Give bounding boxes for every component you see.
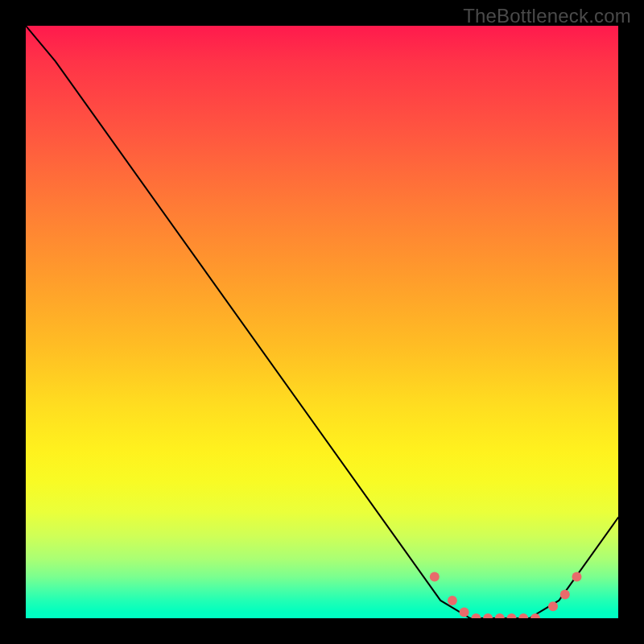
marker-dot [460,608,469,617]
marker-dot [495,613,505,618]
marker-group [430,572,582,619]
chart-svg [26,26,618,618]
marker-dot [560,590,570,600]
marker-dot [471,613,481,618]
marker-dot [572,572,582,582]
marker-dot [448,596,457,605]
marker-dot [430,572,440,582]
marker-dot [530,613,540,618]
chart-area [26,26,618,618]
marker-dot [518,613,528,618]
curve-line [26,26,618,618]
marker-dot [548,601,558,611]
marker-dot [483,613,493,618]
watermark-text: TheBottleneck.com [463,5,631,27]
marker-dot [507,613,517,618]
